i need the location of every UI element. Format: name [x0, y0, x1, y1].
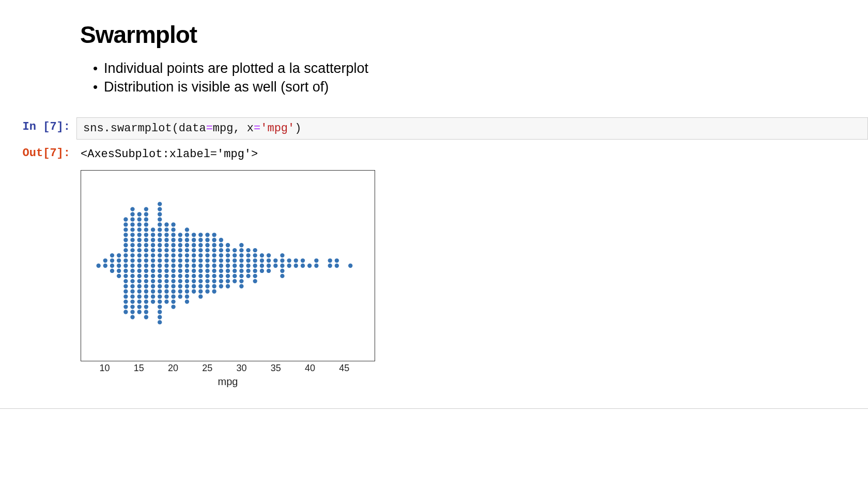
swarm-point [335, 258, 339, 263]
swarm-point [137, 304, 142, 309]
swarm-point [110, 258, 114, 263]
swarm-point [151, 243, 155, 247]
swarm-point [130, 315, 134, 319]
swarm-point [130, 274, 134, 278]
swarm-point [158, 310, 162, 314]
swarm-point [144, 315, 148, 319]
swarm-point [260, 264, 264, 268]
swarm-point [198, 243, 203, 247]
swarm-point [137, 248, 142, 252]
swarm-point [171, 279, 175, 283]
swarm-point [273, 258, 277, 263]
swarm-point [158, 248, 162, 252]
swarm-point [294, 258, 298, 263]
section-heading: Swarmplot [80, 21, 868, 49]
swarm-point [246, 264, 250, 268]
swarm-point [314, 264, 318, 268]
swarm-point [294, 264, 298, 268]
swarm-point [198, 284, 203, 288]
swarm-point [335, 264, 339, 268]
swarm-point [328, 264, 332, 268]
swarm-point [198, 238, 203, 242]
swarm-point [253, 248, 257, 252]
swarm-point [158, 264, 162, 268]
swarm-point [280, 253, 284, 257]
swarm-point [144, 243, 148, 247]
swarm-point [233, 274, 237, 278]
input-cell[interactable]: In [7]: sns.swarmplot(data=mpg, x='mpg') [0, 117, 868, 140]
swarm-point [171, 294, 175, 298]
swarm-point [198, 279, 203, 283]
swarm-point [212, 264, 216, 268]
swarm-point [171, 274, 175, 278]
x-tick-label: 35 [271, 363, 281, 374]
swarm-point [178, 269, 182, 273]
swarm-point [185, 279, 189, 283]
swarm-point [185, 248, 189, 252]
swarm-point [185, 253, 189, 257]
swarm-point [212, 243, 216, 247]
swarm-point [123, 274, 128, 278]
swarm-point [233, 264, 237, 268]
swarm-point [192, 238, 196, 242]
swarm-point [219, 258, 223, 263]
swarm-point [226, 269, 230, 273]
swarmplot-svg [81, 171, 375, 361]
swarm-point [212, 233, 216, 237]
swarm-point [205, 279, 209, 283]
swarm-point [151, 299, 155, 303]
swarm-point [164, 264, 168, 268]
swarm-point [178, 264, 182, 268]
swarm-point [301, 258, 305, 263]
swarm-point [178, 279, 182, 283]
code-input-area[interactable]: sns.swarmplot(data=mpg, x='mpg') [76, 117, 868, 140]
swarm-point [246, 274, 250, 278]
swarm-point [185, 294, 189, 298]
swarm-point [110, 264, 114, 268]
swarm-point [287, 264, 291, 268]
swarm-point [130, 207, 134, 211]
swarm-point [171, 233, 175, 237]
swarm-point [185, 243, 189, 247]
swarm-point [158, 294, 162, 298]
x-tick-label: 40 [305, 363, 315, 374]
swarm-point [144, 253, 148, 257]
swarm-point [164, 243, 168, 247]
swarm-point [151, 279, 155, 283]
swarm-point [144, 299, 148, 303]
swarm-point [233, 248, 237, 252]
swarm-point [158, 320, 162, 324]
output-cell: Out[7]: <AxesSubplot:xlabel='mpg'> [0, 144, 868, 165]
swarm-point [185, 264, 189, 268]
swarm-point [233, 279, 237, 283]
swarm-point [130, 264, 134, 268]
swarm-point [205, 253, 209, 257]
swarm-point [226, 284, 230, 288]
x-tick-label: 30 [236, 363, 246, 374]
swarm-point [144, 238, 148, 242]
swarm-point [328, 258, 332, 263]
swarm-point [130, 258, 134, 263]
swarm-point [123, 258, 128, 263]
swarm-point [198, 258, 203, 263]
swarm-point [226, 253, 230, 257]
swarm-point [178, 243, 182, 247]
swarm-point [151, 227, 155, 232]
swarm-point [212, 269, 216, 273]
swarm-point [123, 233, 128, 237]
swarm-point [185, 227, 189, 232]
code-input[interactable]: sns.swarmplot(data=mpg, x='mpg') [76, 117, 868, 140]
swarm-point [185, 233, 189, 237]
bullet-item: • Distribution is visible as well (sort … [93, 78, 868, 96]
swarm-point [205, 274, 209, 278]
bullet-item: • Individual points are plotted a la sca… [93, 59, 868, 78]
swarm-point [137, 279, 142, 283]
swarm-point [178, 284, 182, 288]
swarm-point [158, 233, 162, 237]
swarm-point [130, 222, 134, 226]
swarm-point [158, 217, 162, 221]
swarm-point [151, 269, 155, 273]
swarm-point [158, 279, 162, 283]
swarm-point [287, 258, 291, 263]
swarm-point [233, 253, 237, 257]
